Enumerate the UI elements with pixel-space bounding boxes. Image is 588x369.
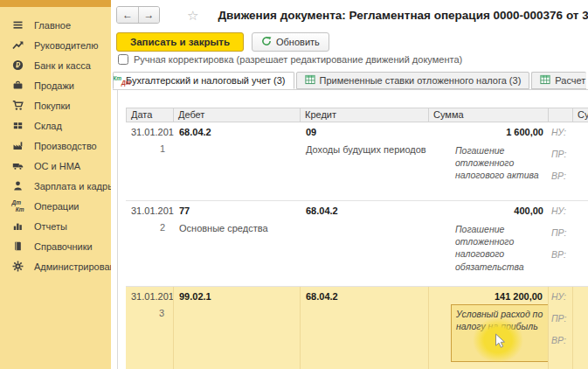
sidebar-item-manager[interactable]: Руководителю (0, 35, 111, 55)
truck-icon (11, 160, 24, 172)
postings-table: Дата Дебет Кредит Сумма Су 31.01.2019 1 … (126, 108, 588, 369)
tab-bar: ДтКт Бухгалтерский и налоговый учет (3) … (113, 72, 588, 90)
table-row-selected[interactable]: 31.01.2019 3 99.02.1 68.04.2 141 200,00 … (126, 287, 588, 369)
manual-adjustment-label: Ручная корректировка (разрешает редактир… (134, 54, 462, 65)
credit-account: 68.04.2 (306, 205, 429, 216)
sidebar-item-bank-cash[interactable]: Банк и касса (0, 55, 111, 75)
posting-number: 2 (131, 222, 174, 233)
tax-label-nu: НУ: (551, 127, 573, 137)
table-icon (540, 74, 550, 87)
sidebar-item-purchases[interactable]: Покупки (0, 95, 111, 115)
column-header-amount[interactable]: Сумма (429, 108, 549, 122)
sidebar-item-production[interactable]: Производство (0, 136, 111, 156)
back-button[interactable]: ← (117, 7, 138, 23)
factory-icon (11, 140, 24, 152)
sidebar: Главное Руководителю Банк и касса Продаж… (0, 0, 111, 369)
sidebar-item-warehouse[interactable]: Склад (0, 115, 111, 136)
cut-amount-cell (573, 122, 588, 200)
sidebar-item-administration[interactable]: Администрирование (0, 256, 111, 276)
credit-subconto: Доходы будущих периодов (306, 144, 426, 155)
tax-label-pr: ПР: (551, 227, 573, 238)
tax-label-pr: ПР: (551, 313, 572, 324)
postings-panel: Дата Дебет Кредит Сумма Су 31.01.2019 1 … (117, 90, 588, 369)
refresh-button[interactable]: Обновить (252, 32, 329, 52)
posting-amount: 400,00 (429, 205, 549, 216)
column-header-debit[interactable]: Дебет (174, 108, 301, 122)
book-icon (11, 240, 24, 253)
sidebar-item-reports[interactable]: Отчеты (0, 216, 111, 236)
table-header-row: Дата Дебет Кредит Сумма Су (126, 108, 588, 122)
table-row[interactable]: 31.01.2019 1 68.04.2 09 Доходы будущих п… (126, 122, 588, 201)
debit-account: 68.04.2 (179, 127, 301, 137)
tab-accounting-tax[interactable]: ДтКт Бухгалтерский и налоговый учет (3) (113, 72, 294, 89)
menu-icon (11, 19, 24, 31)
tab-deferred-tax-rates[interactable]: Примененные ставки отложенного налога (3… (296, 72, 530, 89)
main-area: ← → ☆ Движения документа: Регламентная о… (111, 0, 588, 369)
sidebar-item-operations[interactable]: ДтКт Операции (0, 196, 111, 216)
cart-icon (11, 100, 24, 112)
mouse-cursor (495, 333, 506, 352)
column-header-credit[interactable]: Кредит (301, 108, 429, 122)
posting-number: 3 (131, 308, 173, 318)
dtkt-icon: ДтКт (11, 200, 24, 212)
posting-date: 31.01.2019 (131, 127, 174, 137)
sidebar-item-salary-hr[interactable]: Зарплата и кадры (0, 176, 111, 196)
tax-label-vr: ВР: (551, 335, 572, 345)
credit-account: 09 (306, 127, 429, 137)
refresh-icon (261, 36, 272, 48)
debit-account: 99.02.1 (179, 291, 300, 302)
posting-amount: 1 600,00 (429, 127, 549, 137)
sidebar-item-main[interactable]: Главное (0, 15, 111, 35)
posting-number: 1 (131, 143, 174, 154)
table-icon (305, 74, 315, 87)
page-title: Движения документа: Регламентная операци… (218, 9, 588, 22)
manual-adjustment-checkbox[interactable] (118, 54, 128, 65)
credit-account: 68.04.2 (306, 291, 428, 302)
sidebar-item-sales[interactable]: Продажи (0, 75, 111, 95)
posting-date: 31.01.2019 (131, 205, 174, 216)
trend-icon (11, 39, 24, 52)
cut-amount-cell (573, 287, 588, 369)
tax-label-vr: ВР: (551, 249, 573, 260)
tab-deferred-tax-calc[interactable]: Расчет отложенных налоговых акт (531, 72, 586, 89)
tax-label-vr: ВР: (551, 171, 573, 181)
sidebar-top-strip (0, 0, 111, 7)
table-row[interactable]: 31.01.2019 2 77 Основные средства 68.04.… (126, 201, 588, 287)
gear-icon (11, 261, 24, 273)
forward-button[interactable]: → (138, 7, 159, 23)
posting-comment: Погашение отложенного налогового актива (455, 144, 541, 182)
column-header-tax-labels[interactable] (549, 108, 573, 122)
tax-label-nu: НУ: (551, 291, 572, 302)
bar-chart-icon (11, 220, 24, 233)
tax-label-nu: НУ: (551, 205, 573, 216)
sidebar-item-fixed-assets[interactable]: ОС и НМА (0, 156, 111, 176)
posting-amount: 141 200,00 (429, 291, 548, 302)
selected-comment-cell[interactable]: Условный расход по налогу на прибыль (451, 304, 549, 362)
column-header-date[interactable]: Дата (126, 108, 174, 122)
grid-icon (11, 120, 24, 132)
tax-label-pr: ПР: (551, 149, 573, 159)
posting-comment: Погашение отложенного налогового обязате… (455, 223, 541, 273)
history-nav: ← → (116, 6, 160, 24)
briefcase-icon (11, 80, 24, 92)
favorite-star-icon[interactable]: ☆ (187, 9, 198, 22)
cut-amount-cell (573, 201, 588, 286)
posting-date: 31.01.2019 (131, 291, 173, 302)
debit-account: 77 (179, 205, 301, 216)
save-and-close-button[interactable]: Записать и закрыть (116, 32, 244, 52)
sidebar-item-directories[interactable]: Справочники (0, 236, 111, 256)
debit-subconto: Основные средства (179, 223, 300, 233)
person-icon (11, 180, 24, 192)
column-header-amount-cut[interactable]: Су (573, 108, 588, 122)
ruble-icon (11, 59, 24, 72)
